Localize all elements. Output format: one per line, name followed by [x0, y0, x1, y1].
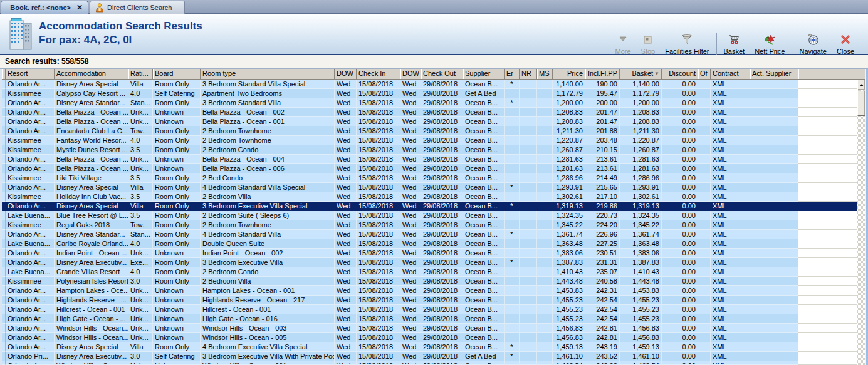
column-header-er[interactable]: Er [505, 69, 520, 80]
table-row[interactable]: KissimmeeMystic Dunes Resort ...3.5Room … [2, 145, 857, 155]
table-row[interactable]: Orlando Ar...Disney Area Standar...Stan.… [2, 230, 857, 239]
table-row[interactable]: Orlando Ar...Disney Area SpecialVillaRoo… [2, 342, 857, 352]
cell-er [505, 249, 520, 258]
table-row[interactable]: Lake Buena...Blue Tree Resort @ L...3.5R… [2, 211, 857, 220]
basket-button[interactable]: Basket [719, 31, 750, 56]
facilities-filter-label: Facilities Filter [665, 48, 709, 55]
tab-close-icon[interactable]: ✕ [76, 4, 83, 11]
column-header-room-type[interactable]: Room type [201, 69, 335, 80]
column-header-dow[interactable]: DOW [400, 69, 421, 80]
navigate-button[interactable]: Navigate [794, 31, 831, 56]
table-row[interactable]: Orlando Ar...Hillcrest - Ocean - 001Unk.… [2, 305, 857, 314]
close-button[interactable]: Close [832, 31, 859, 56]
column-header-of[interactable]: Of [698, 69, 711, 80]
tab-direct-clients-search[interactable]: Direct Clients Search [90, 1, 185, 14]
table-row[interactable]: KissimmeeFantasy World Resor...4.0Room O… [2, 136, 857, 145]
column-header-incl-fl-pp[interactable]: Incl.Fl.PP [585, 69, 620, 80]
scroll-up-arrow-icon [860, 84, 864, 86]
cell-resort: Kissimmee [6, 220, 55, 230]
column-header-accommodation[interactable]: Accommodation [55, 69, 128, 80]
cell-rati: 3.5 [128, 173, 153, 183]
table-row[interactable]: Orlando Ar...Highlands Reserve - ...Unk.… [2, 296, 857, 305]
cell-ms [537, 173, 553, 183]
cell-room-type: Windsor Hills - Ocean - 005 [201, 333, 335, 342]
cell-board: Room Only [153, 126, 201, 136]
cell-resort: Orlando Ar... [6, 314, 55, 324]
cell-incl-fl-pp: 215.65 [585, 183, 620, 192]
table-row[interactable]: Orlando Ar...Hampton Lakes - Oce...Unk..… [2, 286, 857, 296]
table-row[interactable]: KissimmeeHoliday Inn Club Vac...3.5Room … [2, 192, 857, 202]
stop-button[interactable]: Stop [636, 31, 661, 56]
cell-er [505, 192, 520, 202]
cell-ms [537, 352, 553, 361]
cell-er [505, 305, 520, 314]
tab-booking-ref[interactable]: Book. ref.: <none> ✕ [1, 1, 88, 14]
cell-dow: Wed [400, 249, 421, 258]
table-row[interactable]: Orlando Ar...Windsor Hills - Ocean...Unk… [2, 333, 857, 342]
table-row[interactable]: KissimmeeCalypso Cay Resort ...4.0Self C… [2, 89, 857, 98]
table-row[interactable]: KissimmeeRegal Oaks 2018Tow...Room Only2… [2, 220, 857, 230]
column-header-dow[interactable]: DOW [335, 69, 357, 80]
cell-dow: Wed [335, 202, 357, 211]
column-header-check-in[interactable]: Check In [357, 69, 400, 80]
table-row[interactable]: Lake Buena...Grande Villas Resort4.0Room… [2, 267, 857, 277]
table-row-selected[interactable]: Orlando Ar...Disney Area SpecialVillaRoo… [2, 202, 857, 211]
column-header-rati[interactable]: Rati... [128, 69, 153, 80]
table-row[interactable]: Orlando Ar...Windsor Hills - Ocean...Unk… [2, 324, 857, 333]
table-row[interactable]: Orlando Ar...Bella Piazza - Ocean ...Unk… [2, 108, 857, 117]
table-row[interactable]: Orlando Ar...Disney Area Standar...Stan.… [2, 98, 857, 108]
table-row[interactable]: Orlando Ar...Encantada Club La C...Tow..… [2, 126, 857, 136]
cell-dow: Wed [400, 230, 421, 239]
column-header-price[interactable]: Price [553, 69, 585, 80]
table-row[interactable]: Orlando Ar...Indian Point - Ocean ...Unk… [2, 249, 857, 258]
cell-check-in: 15/08/2018 [357, 352, 400, 361]
scrollbar-thumb[interactable] [857, 91, 865, 116]
column-header-resort[interactable]: Resort [6, 69, 55, 80]
column-header-ms[interactable]: MS [537, 69, 553, 80]
cell-dow: Wed [335, 342, 357, 352]
column-header-board[interactable]: Board [153, 69, 201, 80]
cell-resort: Kissimmee [6, 173, 55, 183]
table-row[interactable]: KissimmeePolynesian Isles Resort3.0Room … [2, 277, 857, 286]
cell-dow: Wed [335, 296, 357, 305]
cell-board: Self Catering [153, 89, 201, 98]
nett-price-button[interactable]: Nett Price [750, 31, 790, 56]
column-header-discount[interactable]: Discount [662, 69, 698, 80]
table-row[interactable]: Orlando Ar...Disney Area Executiv...Exe.… [2, 258, 857, 267]
cell-act-supplier [750, 286, 798, 296]
vertical-scrollbar[interactable] [857, 80, 865, 365]
cell-supplier: Ocean B... [463, 305, 505, 314]
column-header-basket[interactable]: Basket▼ [620, 69, 662, 80]
table-row[interactable]: Orlando Ar...Bella Piazza - Ocean ...Unk… [2, 164, 857, 173]
row-filler [798, 173, 857, 183]
cell-check-out: 29/08/2018 [421, 220, 463, 230]
column-header-nr[interactable]: NR [520, 69, 537, 80]
table-row[interactable]: Orlando Ar...Windsor Hills - Ocean...Unk… [2, 361, 857, 365]
table-row[interactable]: Orlando Ar...Disney Area SpecialVillaRoo… [2, 183, 857, 192]
more-button[interactable]: More [610, 31, 636, 56]
table-row[interactable]: Orlando Ar...High Gate - Ocean - ...Unk.… [2, 314, 857, 324]
scrollbar-up-button[interactable] [857, 80, 865, 90]
cell-supplier: Ocean B... [463, 136, 505, 145]
cell-dow: Wed [400, 126, 421, 136]
cell-resort: Orlando Ar... [6, 155, 55, 164]
cell-rati: Villa [128, 342, 153, 352]
facilities-filter-button[interactable]: Facilities Filter [660, 31, 714, 56]
table-row[interactable]: KissimmeeLiki Tiki Village3.5Room Only2 … [2, 173, 857, 183]
cell-resort: Orlando Ar... [6, 342, 55, 352]
table-row[interactable]: Orlando Ar...Bella Piazza - Ocean ...Unk… [2, 117, 857, 126]
cell-of [698, 164, 711, 173]
column-header-supplier[interactable]: Supplier [463, 69, 505, 80]
table-row[interactable]: Orlando Ar...Bella Piazza - Ocean ...Unk… [2, 155, 857, 164]
table-row[interactable]: Orlando Ar...Disney Area SpecialVillaRoo… [2, 80, 857, 89]
column-header-act-supplier[interactable]: Act. Supplier [750, 69, 798, 80]
cell-contract: XML [711, 296, 750, 305]
column-header-contract[interactable]: Contract [711, 69, 750, 80]
cell-resort: Orlando Ar... [6, 98, 55, 108]
column-header-check-out[interactable]: Check Out [421, 69, 463, 80]
cell-basket: 1,140.00 [620, 80, 662, 89]
table-row[interactable]: Orlando Pri...Disney Area Executiv...3.0… [2, 352, 857, 361]
cell-nr [520, 80, 537, 89]
cell-of [698, 342, 711, 352]
table-row[interactable]: Lake Buena...Caribe Royale Orland...4.0R… [2, 239, 857, 249]
